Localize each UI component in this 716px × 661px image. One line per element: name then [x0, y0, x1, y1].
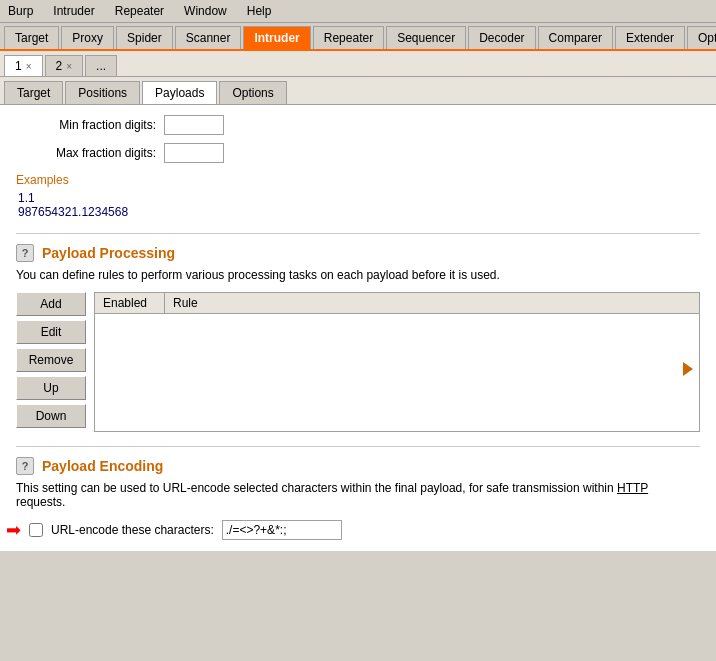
payload-processing-help[interactable]: ? — [16, 244, 34, 262]
processing-table-header: Enabled Rule — [95, 293, 699, 314]
top-tab-bar: Target Proxy Spider Scanner Intruder Rep… — [0, 23, 716, 51]
section-tab-bar: Target Positions Payloads Options — [0, 77, 716, 105]
processing-area: Add Edit Remove Up Down Enabled Rule — [16, 292, 700, 432]
payload-encoding-desc: This setting can be used to URL-encode s… — [16, 481, 700, 509]
tab-scanner[interactable]: Scanner — [175, 26, 242, 49]
divider-2 — [16, 446, 700, 447]
edit-rule-button[interactable]: Edit — [16, 320, 86, 344]
close-tab-1[interactable]: × — [26, 61, 32, 72]
tab-intruder[interactable]: Intruder — [243, 26, 310, 49]
tab-decoder[interactable]: Decoder — [468, 26, 535, 49]
tab-section-positions[interactable]: Positions — [65, 81, 140, 104]
tab-options-top[interactable]: Options — [687, 26, 716, 49]
close-tab-2[interactable]: × — [66, 61, 72, 72]
max-fraction-row: Max fraction digits: — [16, 143, 700, 163]
checkbox-arrow-icon: ➡ — [6, 519, 21, 541]
examples-label: Examples — [16, 173, 700, 187]
url-encode-checkbox[interactable] — [29, 523, 43, 537]
main-content: Min fraction digits: Max fraction digits… — [0, 105, 716, 551]
up-rule-button[interactable]: Up — [16, 376, 86, 400]
table-arrow-icon — [683, 362, 693, 376]
tab-repeater[interactable]: Repeater — [313, 26, 384, 49]
examples-section: Examples 1.1 987654321.1234568 — [16, 173, 700, 219]
tab-target[interactable]: Target — [4, 26, 59, 49]
payload-encoding-header: ? Payload Encoding — [16, 457, 700, 475]
url-encode-chars-input[interactable] — [222, 520, 342, 540]
menu-window[interactable]: Window — [180, 2, 231, 20]
sub-tab-more[interactable]: ... — [85, 55, 117, 76]
add-rule-button[interactable]: Add — [16, 292, 86, 316]
payload-encoding-title: Payload Encoding — [42, 458, 163, 474]
payload-processing-desc: You can define rules to perform various … — [16, 268, 700, 282]
example-value-2: 987654321.1234568 — [18, 205, 700, 219]
intruder-sub-tabs: 1 × 2 × ... — [0, 51, 716, 77]
payload-processing-title: Payload Processing — [42, 245, 175, 261]
col-enabled: Enabled — [95, 293, 165, 313]
payload-processing-header: ? Payload Processing — [16, 244, 700, 262]
menu-repeater[interactable]: Repeater — [111, 2, 168, 20]
sub-tab-1[interactable]: 1 × — [4, 55, 43, 76]
tab-extender[interactable]: Extender — [615, 26, 685, 49]
min-fraction-row: Min fraction digits: — [16, 115, 700, 135]
sub-tab-2[interactable]: 2 × — [45, 55, 84, 76]
tab-section-target[interactable]: Target — [4, 81, 63, 104]
down-rule-button[interactable]: Down — [16, 404, 86, 428]
tab-spider[interactable]: Spider — [116, 26, 173, 49]
min-fraction-label: Min fraction digits: — [16, 118, 156, 132]
divider-1 — [16, 233, 700, 234]
col-rule: Rule — [165, 293, 699, 313]
tab-sequencer[interactable]: Sequencer — [386, 26, 466, 49]
menu-intruder[interactable]: Intruder — [49, 2, 98, 20]
payload-encoding-help[interactable]: ? — [16, 457, 34, 475]
tab-section-payloads[interactable]: Payloads — [142, 81, 217, 104]
menu-bar: Burp Intruder Repeater Window Help — [0, 0, 716, 23]
tab-section-options[interactable]: Options — [219, 81, 286, 104]
processing-buttons: Add Edit Remove Up Down — [16, 292, 86, 432]
min-fraction-input[interactable] — [164, 115, 224, 135]
tab-proxy[interactable]: Proxy — [61, 26, 114, 49]
processing-table-body — [95, 314, 699, 424]
encoding-row: ➡ URL-encode these characters: — [16, 519, 700, 541]
url-encode-label: URL-encode these characters: — [51, 523, 214, 537]
tab-comparer[interactable]: Comparer — [538, 26, 613, 49]
payload-encoding-section: ? Payload Encoding This setting can be u… — [16, 457, 700, 541]
remove-rule-button[interactable]: Remove — [16, 348, 86, 372]
example-value-1: 1.1 — [18, 191, 700, 205]
menu-help[interactable]: Help — [243, 2, 276, 20]
max-fraction-label: Max fraction digits: — [16, 146, 156, 160]
menu-burp[interactable]: Burp — [4, 2, 37, 20]
max-fraction-input[interactable] — [164, 143, 224, 163]
processing-table: Enabled Rule — [94, 292, 700, 432]
